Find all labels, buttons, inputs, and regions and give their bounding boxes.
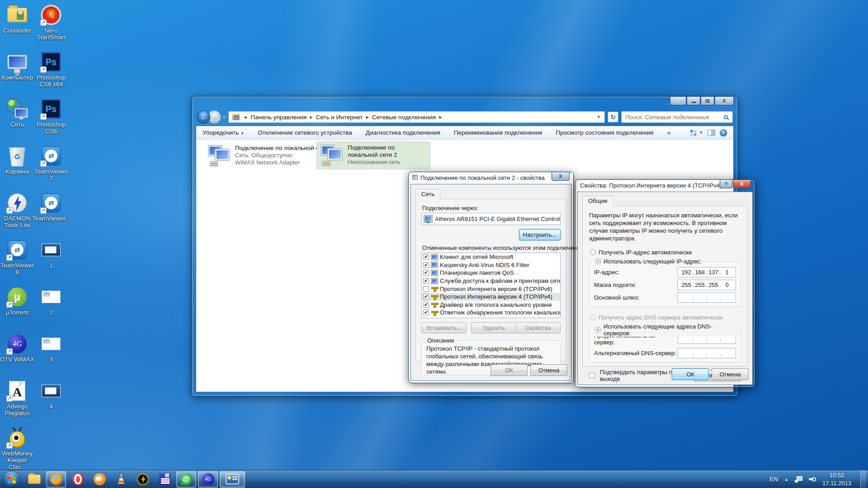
- show-desktop-button[interactable]: [860, 470, 866, 488]
- address-bar[interactable]: ▶ Панель управления ▶ Сеть и Интернет ▶ …: [228, 111, 605, 123]
- refresh-button[interactable]: ↻: [608, 112, 618, 122]
- tray-volume-icon[interactable]: [809, 476, 816, 483]
- desktop-icon-teamviewer-truncated[interactable]: ⇄↗ TeamViewer...: [32, 192, 70, 222]
- desktop-icon-file-3[interactable]: 3: [32, 333, 70, 363]
- connection-item-lan1[interactable]: Подключение по локальной сети Сеть, Обще…: [204, 142, 332, 169]
- explorer-titlebar[interactable]: ⇔ X: [192, 97, 737, 108]
- checkbox-icon[interactable]: ✔: [423, 262, 429, 268]
- search-input[interactable]: Поиск: Сетевые подключения: [621, 111, 733, 123]
- checkbox-icon[interactable]: ✔: [423, 302, 429, 308]
- desktop-icon-network[interactable]: Сеть: [0, 98, 36, 128]
- toolbar-disable-device[interactable]: Отключение сетевого устройства: [258, 129, 352, 136]
- desktop-icon-photoshop[interactable]: Ps↗ Photoshop CS6: [32, 98, 70, 135]
- desktop-icon-teamviewer7[interactable]: ⇄↗ TeamViewer 7: [32, 145, 70, 182]
- components-listbox[interactable]: ✔Клиент для сетей Microsoft ✔Kaspersky A…: [421, 253, 561, 318]
- component-row[interactable]: ✔Планировщик пакетов QoS: [422, 269, 560, 277]
- radio-auto-dns[interactable]: Получить адрес DNS-сервера автоматически: [590, 314, 741, 321]
- taskbar-gom-player-button[interactable]: [90, 471, 109, 488]
- radio-icon[interactable]: [590, 314, 596, 320]
- configure-button[interactable]: Настроить...: [519, 229, 561, 240]
- uninstall-button[interactable]: Удалить: [471, 322, 516, 333]
- breadcrumb-control-panel[interactable]: Панель управления: [250, 114, 307, 121]
- help-icon[interactable]: ?: [720, 129, 727, 136]
- taskbar-mailru-agent-button[interactable]: @: [176, 471, 196, 488]
- history-dropdown-icon[interactable]: ▽: [223, 115, 226, 119]
- cancel-button[interactable]: Отмена: [530, 364, 567, 376]
- show-hidden-icons-button[interactable]: ▲: [784, 477, 788, 482]
- tab-general[interactable]: Общие: [582, 196, 613, 206]
- radio-manual-ip[interactable]: ● Использовать следующий IP-адрес:: [593, 258, 703, 265]
- taskbar-firefox-button[interactable]: [46, 471, 66, 488]
- checkbox-icon[interactable]: ✔: [423, 310, 429, 315]
- dialog-titlebar[interactable]: Свойства: Протокол Интернета версии 4 (T…: [576, 180, 755, 192]
- properties-button[interactable]: Свойства: [515, 322, 561, 333]
- component-row[interactable]: Протокол Интернета версии 6 (TCP/IPv6): [422, 285, 560, 293]
- tray-clock[interactable]: 10:52 17.11.2013: [822, 471, 851, 487]
- desktop-icon-computer[interactable]: Компьютер: [0, 51, 36, 81]
- checkbox-icon[interactable]: ✔: [423, 278, 429, 284]
- back-button[interactable]: ←: [197, 110, 210, 124]
- radio-icon[interactable]: ●: [595, 327, 601, 333]
- desktop-icon-coolander[interactable]: Coolander: [0, 4, 36, 34]
- taskbar-daemon-tools-button[interactable]: [133, 471, 153, 488]
- desktop-icon-daemon-tools[interactable]: ↗ DAEMON Tools Lite: [0, 192, 36, 229]
- organize-menu-button[interactable]: Упорядочить▼: [203, 129, 244, 136]
- desktop-icon-file-4[interactable]: 4: [32, 380, 70, 410]
- component-row[interactable]: ✔Служба доступа к файлам и принтерам сет…: [422, 277, 560, 285]
- radio-auto-ip[interactable]: Получить IP-адрес автоматически: [590, 249, 741, 256]
- component-row[interactable]: ✔Kaspersky Anti-Virus NDIS 6 Filter: [422, 261, 560, 269]
- checkbox-icon[interactable]: ✔: [423, 270, 429, 276]
- component-row[interactable]: ✔Драйвер в/в тополога канального уровня: [422, 301, 560, 309]
- component-row-selected[interactable]: ✔Протокол Интернета версии 4 (TCP/IPv4): [422, 293, 560, 301]
- component-row[interactable]: ✔Клиент для сетей Microsoft: [422, 253, 560, 261]
- desktop-icon-teamviewer8[interactable]: ⇄↗ TeamViewer 8: [0, 239, 36, 276]
- taskbar-vlc-button[interactable]: [111, 471, 131, 488]
- dialog-titlebar[interactable]: Подключение по локальной сети 2 - свойст…: [409, 172, 573, 184]
- component-row[interactable]: ✔Ответчик обнаружения топологии канально…: [422, 309, 560, 317]
- checkbox-icon[interactable]: ✔: [423, 254, 429, 260]
- alternate-dns-field[interactable]: ...: [677, 348, 736, 358]
- checkbox-icon[interactable]: [423, 286, 429, 292]
- ok-button[interactable]: ОК: [491, 364, 528, 376]
- toolbar-overflow-chevron[interactable]: »: [667, 129, 671, 136]
- maximize-button[interactable]: [701, 97, 714, 105]
- close-button[interactable]: X: [715, 97, 734, 105]
- breadcrumb-network-internet[interactable]: Сеть и Интернет: [316, 114, 363, 121]
- taskbar-4g-modem-button[interactable]: 4G: [198, 471, 218, 488]
- taskbar-floppy-button[interactable]: [155, 471, 175, 488]
- chevron-icon[interactable]: ▶: [310, 115, 312, 119]
- chevron-icon[interactable]: ▶: [366, 115, 368, 119]
- start-button[interactable]: [3, 471, 20, 488]
- install-button[interactable]: Установить...: [421, 322, 467, 333]
- address-dropdown-icon[interactable]: ▼: [595, 115, 603, 119]
- preview-pane-icon[interactable]: [708, 130, 715, 136]
- desktop-icon-utorrent[interactable]: µ↗ µTorrent: [0, 286, 36, 316]
- close-button[interactable]: X: [552, 172, 570, 181]
- subnet-mask-field[interactable]: 255.255.255.0: [677, 280, 736, 290]
- chevron-icon[interactable]: ▶: [439, 115, 442, 119]
- desktop-icon-nero-startsmart[interactable]: ↗ Nero StartSmart: [32, 4, 70, 41]
- ip-address-field[interactable]: 192.168.137.1: [677, 267, 736, 277]
- radio-icon[interactable]: [590, 249, 596, 255]
- checkbox-icon[interactable]: ✔: [423, 294, 429, 300]
- desktop-icon-webmoney[interactable]: ↗ WebMoney Keeper Clas...: [0, 427, 36, 470]
- views-button[interactable]: ▼: [690, 130, 703, 136]
- radio-icon[interactable]: ●: [595, 258, 601, 264]
- double-arrow-button[interactable]: ⇔: [670, 97, 686, 105]
- tray-network-icon[interactable]: [795, 476, 802, 483]
- tab-network[interactable]: Сеть: [415, 189, 440, 199]
- desktop-icon-advego-plagiatus[interactable]: A↗ Advego Plagiatus: [0, 380, 36, 417]
- close-button[interactable]: X: [733, 180, 751, 188]
- desktop-icon-file-1[interactable]: 1: [32, 239, 70, 269]
- toolbar-view-status[interactable]: Просмотр состояния подключения: [556, 129, 653, 136]
- taskbar-explorer-button[interactable]: [24, 471, 44, 488]
- minimize-button[interactable]: [687, 97, 700, 105]
- breadcrumb-network-connections[interactable]: Сетевые подключения: [372, 114, 436, 121]
- desktop-icon-recycle-bin[interactable]: ♻ Корзина: [0, 145, 36, 175]
- connection-item-lan2-selected[interactable]: Подключение по локальной сети 2 Неопозна…: [316, 141, 430, 169]
- help-button[interactable]: ?: [720, 180, 732, 188]
- toolbar-rename[interactable]: Переименование подключения: [454, 129, 542, 136]
- desktop-icon-photoshop-x64[interactable]: Ps↗ Photoshop CS6 x64: [32, 51, 70, 88]
- radio-manual-dns[interactable]: ● Использовать следующие адреса DNS-серв…: [593, 323, 741, 337]
- gateway-field[interactable]: ...: [677, 292, 736, 303]
